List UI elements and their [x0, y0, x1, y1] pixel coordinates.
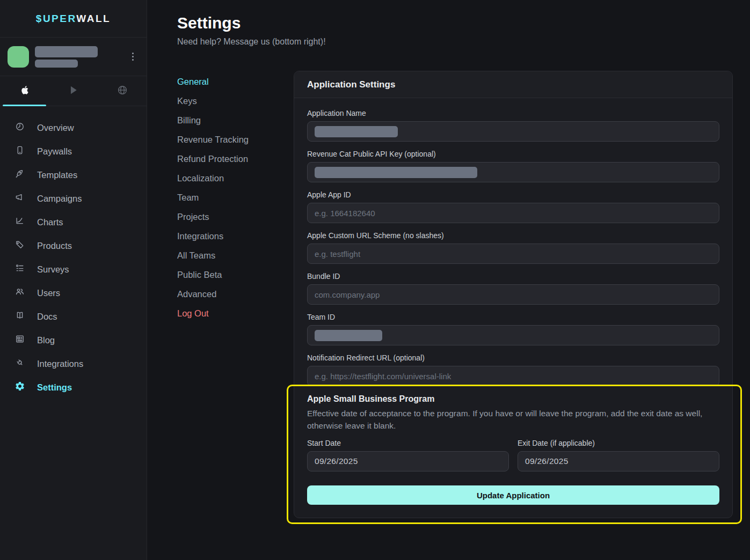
notification-redirect-url-input[interactable]: e.g. https://testflight.com/universal-li…	[307, 366, 719, 386]
sidebar-item-settings[interactable]: Settings	[0, 375, 147, 399]
checklist-icon	[14, 263, 25, 276]
team-id-input[interactable]	[307, 325, 719, 345]
sidebar-item-surveys[interactable]: Surveys	[0, 257, 147, 281]
active-tab-underline	[3, 105, 46, 106]
card-title: Application Settings	[294, 71, 732, 98]
settings-nav-public-beta[interactable]: Public Beta	[177, 265, 294, 284]
app-window: $UPERWALL	[0, 0, 750, 560]
sidebar-item-products[interactable]: Products	[0, 234, 147, 257]
revenuecat-key-field: Revenue Cat Public API Key (optional)	[307, 150, 719, 182]
sidebar-item-label: Templates	[37, 170, 77, 180]
users-icon	[14, 286, 25, 299]
tab-web-platform[interactable]	[98, 76, 147, 106]
field-label: Revenue Cat Public API Key (optional)	[307, 150, 719, 158]
update-application-button[interactable]: Update Application	[307, 485, 719, 505]
date-value: 09/26/2025	[315, 456, 358, 466]
sidebar-item-templates[interactable]: Templates	[0, 163, 147, 187]
apple-app-id-input[interactable]: e.g. 1664182640	[307, 203, 719, 223]
field-label: Bundle ID	[307, 272, 719, 281]
redacted-bar	[35, 46, 98, 57]
sidebar-item-label: Charts	[37, 217, 63, 227]
revenuecat-key-input[interactable]	[307, 162, 719, 182]
redacted-value	[315, 167, 477, 178]
section-description: Effective date of acceptance to the prog…	[307, 407, 719, 432]
tab-google-play-platform[interactable]	[49, 76, 98, 106]
sidebar-item-overview[interactable]: Overview	[0, 116, 147, 139]
input-placeholder: e.g. 1664182640	[315, 209, 375, 218]
settings-nav-localization[interactable]: Localization	[177, 168, 294, 188]
workspace-selector[interactable]	[0, 38, 147, 76]
sidebar-item-docs[interactable]: Docs	[0, 305, 147, 328]
sidebar: $UPERWALL	[0, 0, 147, 560]
field-label: Application Name	[307, 109, 719, 117]
notification-redirect-url-field: Notification Redirect URL (optional) e.g…	[307, 353, 719, 386]
field-label: Exit Date (if applicable)	[518, 439, 719, 447]
settings-nav-billing[interactable]: Billing	[177, 110, 294, 130]
sidebar-item-label: Users	[37, 288, 60, 298]
page-subtitle: Need help? Message us (bottom right)!	[177, 37, 733, 47]
sidebar-item-label: Blog	[37, 335, 55, 345]
chart-icon	[14, 216, 25, 229]
start-date-input[interactable]: 09/26/2025	[307, 451, 509, 471]
field-label: Start Date	[307, 439, 509, 447]
sidebar-item-campaigns[interactable]: Campaigns	[0, 187, 147, 210]
settings-nav-keys[interactable]: Keys	[177, 91, 294, 110]
workspace-menu-button[interactable]	[126, 48, 139, 65]
settings-nav-log-out[interactable]: Log Out	[177, 304, 294, 323]
field-label: Apple App ID	[307, 190, 719, 199]
sidebar-item-label: Paywalls	[37, 146, 72, 157]
superwall-logo[interactable]: $UPERWALL	[0, 0, 147, 38]
rocket-icon	[14, 168, 25, 181]
sidebar-item-users[interactable]: Users	[0, 281, 147, 305]
custom-url-scheme-field: Apple Custom URL Scheme (no slashes) e.g…	[307, 231, 719, 264]
section-title: Apple Small Business Program	[307, 394, 719, 404]
newspaper-icon	[14, 334, 25, 347]
sidebar-item-label: Campaigns	[37, 194, 82, 204]
exit-date-input[interactable]: 09/26/2025	[518, 451, 719, 471]
main-content: Settings Need help? Message us (bottom r…	[147, 0, 750, 560]
field-label: Team ID	[307, 313, 719, 321]
application-name-input[interactable]	[307, 121, 719, 142]
redacted-bar	[35, 60, 78, 68]
input-placeholder: com.company.app	[315, 290, 380, 299]
date-value: 09/26/2025	[525, 456, 569, 466]
tab-apple-platform[interactable]	[0, 76, 49, 106]
bundle-id-input[interactable]: com.company.app	[307, 284, 719, 305]
clock-icon	[14, 121, 25, 134]
gear-icon	[14, 381, 25, 394]
globe-icon	[116, 84, 128, 98]
start-date-field: Start Date 09/26/2025	[307, 439, 509, 471]
platform-tabs	[0, 76, 147, 106]
settings-nav-team[interactable]: Team	[177, 188, 294, 207]
sidebar-item-paywalls[interactable]: Paywalls	[0, 139, 147, 163]
sidebar-item-label: Overview	[37, 123, 74, 133]
application-name-field: Application Name	[307, 109, 719, 142]
settings-nav-all-teams[interactable]: All Teams	[177, 246, 294, 265]
sidebar-item-blog[interactable]: Blog	[0, 328, 147, 352]
sidebar-item-integrations[interactable]: Integrations	[0, 352, 147, 375]
phone-icon	[14, 145, 25, 158]
input-placeholder: e.g. testflight	[315, 249, 360, 259]
sidebar-item-label: Docs	[37, 312, 57, 322]
application-settings-card: Application Settings Application Name Re…	[294, 71, 733, 518]
team-id-field: Team ID	[307, 313, 719, 345]
settings-nav-revenue-tracking[interactable]: Revenue Tracking	[177, 130, 294, 149]
apple-app-id-field: Apple App ID e.g. 1664182640	[307, 190, 719, 223]
settings-nav-general[interactable]: General	[177, 72, 294, 91]
book-icon	[14, 310, 25, 323]
settings-nav-advanced[interactable]: Advanced	[177, 284, 294, 304]
workspace-avatar	[8, 46, 29, 68]
exit-date-field: Exit Date (if applicable) 09/26/2025	[518, 439, 719, 471]
sidebar-item-label: Integrations	[37, 359, 83, 369]
settings-nav-refund-protection[interactable]: Refund Protection	[177, 149, 294, 168]
small-business-program-section: Apple Small Business Program Effective d…	[307, 394, 719, 505]
bundle-id-field: Bundle ID com.company.app	[307, 272, 719, 305]
sidebar-item-charts[interactable]: Charts	[0, 210, 147, 234]
settings-nav-integrations[interactable]: Integrations	[177, 226, 294, 246]
logo-rest-part: WALL	[76, 13, 111, 24]
custom-url-scheme-input[interactable]: e.g. testflight	[307, 244, 719, 264]
settings-nav: General Keys Billing Revenue Tracking Re…	[177, 71, 294, 323]
redacted-value	[315, 330, 382, 341]
megaphone-icon	[14, 192, 25, 205]
settings-nav-projects[interactable]: Projects	[177, 207, 294, 226]
